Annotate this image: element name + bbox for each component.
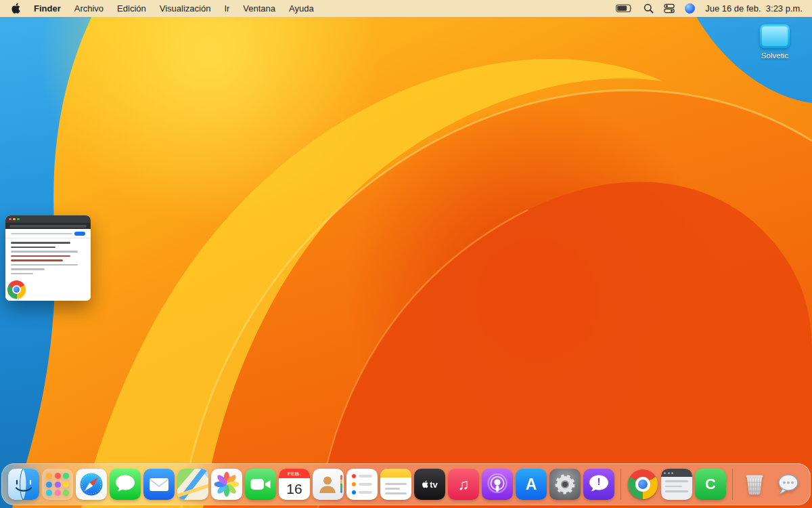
messages-icon (110, 469, 141, 500)
dock-separator (621, 469, 621, 500)
desktop-icon-solvetic[interactable]: Solvetic (750, 24, 800, 60)
trash-icon (739, 469, 770, 500)
apple-tv-label: tv (430, 480, 438, 490)
menu-visualizacion[interactable]: Visualización (153, 0, 218, 17)
feedback-exclamation: ! (583, 469, 614, 500)
launchpad-icon (42, 469, 73, 500)
close-icon (9, 218, 12, 221)
music-icon: ♫ (448, 469, 479, 500)
apple-logo-icon (11, 3, 20, 14)
menu-ir[interactable]: Ir (217, 0, 236, 17)
calendar-icon: FEB. 16 (279, 469, 310, 500)
dock-item-app-window[interactable] (661, 469, 692, 500)
minimize-icon (13, 218, 16, 221)
photos-icon (211, 469, 242, 500)
dock-item-contacts[interactable] (313, 469, 344, 500)
mini-share-button (74, 232, 85, 236)
chrome-icon (7, 280, 26, 299)
minimized-chrome-window[interactable] (5, 215, 91, 301)
spotlight-search-icon[interactable] (644, 3, 654, 14)
mini-window-titlebar (5, 215, 91, 223)
dock-separator (732, 469, 733, 500)
desktop-icon-label: Solvetic (761, 51, 788, 60)
siri-icon[interactable] (685, 3, 695, 14)
dock-item-notes[interactable] (380, 469, 411, 500)
facetime-icon (245, 469, 276, 500)
menu-ayuda[interactable]: Ayuda (282, 0, 321, 17)
dock-item-chrome[interactable] (627, 469, 658, 500)
dock-item-system-settings[interactable] (549, 469, 581, 500)
dock-item-trash[interactable] (739, 469, 770, 500)
dock-item-reminders[interactable] (346, 469, 378, 500)
app-store-icon: A (516, 469, 547, 500)
app-window-icon (661, 469, 692, 500)
music-note-glyph: ♫ (457, 477, 469, 492)
contacts-icon (313, 469, 344, 500)
menu-finder[interactable]: Finder (27, 0, 68, 17)
podcasts-icon (482, 469, 513, 500)
battery-icon[interactable] (616, 4, 633, 13)
dock-item-app-store[interactable]: A (516, 469, 547, 500)
finder-icon (8, 469, 39, 500)
chat-bubble-icon (773, 469, 804, 500)
menu-edicion[interactable]: Edición (110, 0, 153, 17)
dock-item-launchpad[interactable] (42, 469, 73, 500)
dock: FEB. 16 (1, 463, 811, 505)
reminders-icon (346, 469, 378, 500)
dock-item-calendar[interactable]: FEB. 16 (279, 469, 310, 500)
desktop: Finder Archivo Edición Visualización Ir … (0, 0, 812, 508)
menu-archivo[interactable]: Archivo (68, 0, 110, 17)
calendar-day-label: 16 (279, 478, 310, 501)
display-drive-icon (760, 24, 790, 48)
chrome-icon (627, 469, 658, 500)
dock-item-safari[interactable] (76, 469, 107, 500)
dock-item-messages[interactable] (110, 469, 141, 500)
apple-tv-icon: tv (414, 469, 445, 500)
calendar-month-label: FEB. (279, 469, 310, 478)
dock-item-mail[interactable] (143, 469, 175, 500)
dock-item-music[interactable]: ♫ (448, 469, 479, 500)
menu-clock[interactable]: Jue 16 de feb. 3:23 p.m. (705, 3, 803, 14)
dock-item-maps[interactable] (177, 469, 208, 500)
wallpaper (0, 0, 812, 508)
dock-item-facetime[interactable] (245, 469, 276, 500)
control-center-icon[interactable] (664, 3, 675, 14)
app-store-letter: A (526, 475, 537, 494)
feedback-icon: ! (583, 469, 614, 500)
dock-item-podcasts[interactable] (482, 469, 513, 500)
dock-item-photos[interactable] (211, 469, 242, 500)
dock-item-finder[interactable] (8, 469, 39, 500)
chrome-badge (7, 280, 26, 299)
maps-icon (177, 469, 208, 500)
dock-item-feedback[interactable]: ! (583, 469, 614, 500)
dock-item-cleaner[interactable]: C (695, 469, 726, 500)
notes-icon (380, 469, 411, 500)
menu-ventana[interactable]: Ventana (236, 0, 282, 17)
zoom-icon (17, 218, 20, 221)
mail-icon (143, 469, 175, 500)
menu-bar: Finder Archivo Edición Visualización Ir … (0, 0, 812, 17)
safari-icon (76, 469, 107, 500)
mini-window-addressbar (5, 223, 91, 229)
cleaner-icon: C (695, 469, 726, 500)
apple-menu[interactable] (9, 3, 27, 14)
dock-item-chat[interactable] (773, 469, 804, 500)
dock-item-apple-tv[interactable]: tv (414, 469, 445, 500)
cleaner-letter: C (705, 475, 716, 493)
gear-icon (549, 469, 581, 500)
